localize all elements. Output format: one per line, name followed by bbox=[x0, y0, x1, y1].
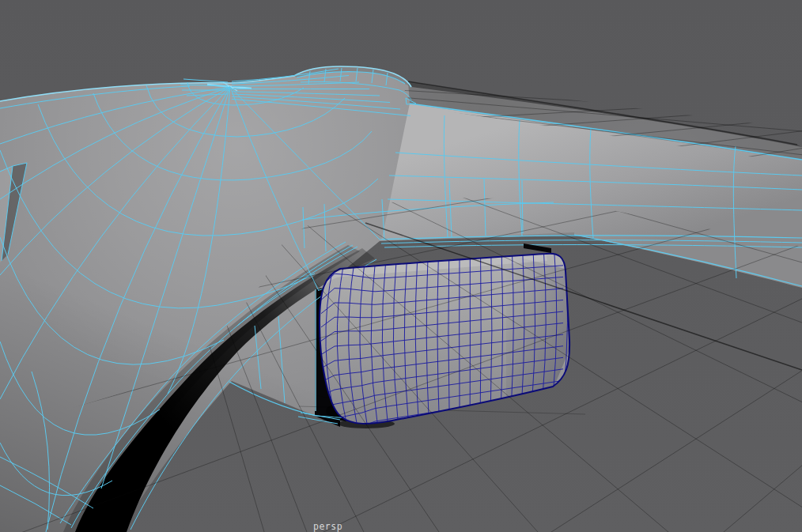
scene-canvas[interactable] bbox=[0, 0, 802, 532]
viewport-3d-perspective[interactable]: persp bbox=[0, 0, 802, 532]
camera-label: persp bbox=[313, 521, 342, 532]
